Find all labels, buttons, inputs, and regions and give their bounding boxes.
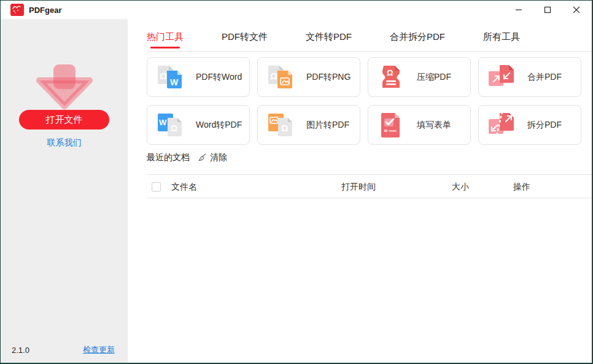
column-open-time: 打开时间	[341, 182, 376, 193]
pdfgear-window: PDFgear 打开文件 联系我们 2.1.0 检查更新 热门工具	[0, 0, 593, 364]
close-icon	[573, 6, 580, 14]
tab-hot-tools[interactable]: 热门工具	[147, 31, 184, 48]
tool-label: PDF转PNG	[306, 72, 351, 83]
compress-pdf-icon: Ω	[376, 63, 406, 92]
tool-label: PDF转Word	[196, 72, 242, 83]
broom-icon	[197, 153, 207, 163]
sidebar-footer: 2.1.0 检查更新	[12, 344, 115, 355]
window-controls	[510, 1, 586, 19]
tabs-divider	[147, 51, 592, 52]
svg-text:Ω: Ω	[171, 123, 177, 133]
tool-label: 拆分PDF	[527, 120, 562, 131]
main-area: 热门工具 PDF转文件 文件转PDF 合并拆分PDF 所有工具 Ω W PDF转…	[128, 19, 592, 363]
maximize-icon	[544, 6, 551, 14]
window-title: PDFgear	[29, 6, 61, 15]
split-pdf-icon	[487, 110, 516, 140]
tool-label: 合并PDF	[527, 72, 562, 83]
minimize-icon	[515, 6, 522, 14]
app-logo-icon	[10, 4, 24, 16]
column-size: 大小	[452, 182, 469, 193]
tool-label: 图片转PDF	[306, 120, 349, 131]
pdf-to-png-icon: Ω	[266, 63, 295, 92]
title-bar: PDFgear	[1, 1, 592, 19]
tab-bar: 热门工具 PDF转文件 文件转PDF 合并拆分PDF 所有工具	[147, 31, 520, 48]
tool-label: 填写表单	[417, 120, 451, 131]
open-file-button[interactable]: 打开文件	[19, 110, 109, 130]
tab-file-to-pdf[interactable]: 文件转PDF	[306, 31, 352, 48]
clear-label: 清除	[210, 152, 227, 163]
recent-table-header: 文件名 打开时间 大小 操作	[147, 174, 592, 198]
download-arrow-icon	[31, 60, 98, 110]
tool-label: Word转PDF	[196, 120, 242, 131]
recent-documents-bar: 最近的文档 清除	[147, 152, 227, 163]
svg-text:Ω: Ω	[281, 123, 288, 133]
close-button[interactable]	[567, 1, 586, 18]
tool-card-merge-pdf[interactable]: 合并PDF	[478, 57, 581, 97]
tool-card-split-pdf[interactable]: 拆分PDF	[478, 105, 581, 145]
tool-card-word-to-pdf[interactable]: W Ω Word转PDF	[147, 105, 250, 145]
check-update-link[interactable]: 检查更新	[83, 344, 115, 355]
clear-recent-button[interactable]: 清除	[197, 152, 227, 163]
sidebar: 打开文件 联系我们 2.1.0 检查更新	[1, 19, 128, 363]
tool-card-fill-form[interactable]: 填写表单	[368, 105, 471, 145]
tool-card-compress-pdf[interactable]: Ω 压缩PDF	[368, 57, 471, 97]
svg-text:Ω: Ω	[270, 71, 277, 81]
maximize-button[interactable]	[538, 1, 557, 18]
svg-text:Ω: Ω	[387, 68, 393, 77]
svg-text:Ω: Ω	[160, 71, 167, 81]
merge-pdf-icon	[487, 63, 516, 92]
pdf-to-word-icon: Ω W	[155, 63, 185, 92]
image-to-pdf-icon: Ω	[266, 110, 295, 140]
tab-all-tools[interactable]: 所有工具	[483, 31, 520, 48]
contact-us-link[interactable]: 联系我们	[47, 137, 82, 149]
tool-label: 压缩PDF	[417, 72, 451, 83]
tool-card-pdf-to-word[interactable]: Ω W PDF转Word	[147, 57, 250, 97]
column-action: 操作	[513, 182, 530, 193]
tool-card-grid: Ω W PDF转Word Ω PDF转PNG	[147, 57, 581, 145]
svg-text:W: W	[159, 118, 167, 127]
svg-text:W: W	[170, 77, 179, 87]
tab-merge-split-pdf[interactable]: 合并拆分PDF	[390, 31, 445, 48]
minimize-button[interactable]	[510, 1, 528, 18]
tab-pdf-to-file[interactable]: PDF转文件	[222, 31, 268, 48]
tool-card-pdf-to-png[interactable]: Ω PDF转PNG	[257, 57, 360, 97]
column-filename: 文件名	[171, 182, 197, 193]
version-label: 2.1.0	[12, 346, 29, 355]
select-all-checkbox[interactable]	[152, 182, 161, 192]
word-to-pdf-icon: W Ω	[155, 110, 185, 140]
fill-form-icon	[376, 110, 406, 140]
recent-documents-title: 最近的文档	[147, 152, 190, 163]
tool-card-image-to-pdf[interactable]: Ω 图片转PDF	[257, 105, 360, 145]
